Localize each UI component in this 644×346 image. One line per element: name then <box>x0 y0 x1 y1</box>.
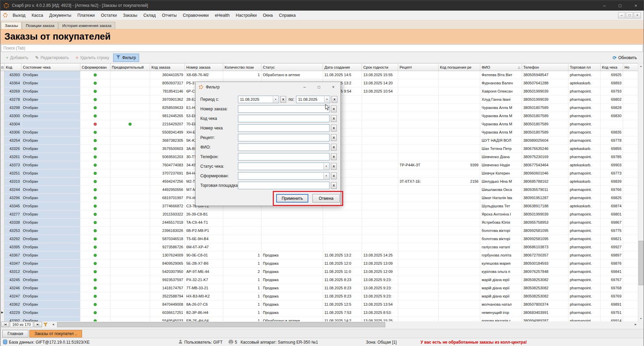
table-row[interactable]: 43367Отобран130762400990-0E-C8-011Продаж… <box>0 251 639 260</box>
filter-button[interactable]: Фильтр <box>113 54 139 62</box>
column-header[interactable]: Код заказа <box>150 64 185 71</box>
menu-item[interactable]: Заказы <box>120 11 140 20</box>
column-header[interactable]: Сформирован <box>80 64 110 71</box>
menu-item[interactable]: Настройки <box>233 11 260 20</box>
dropdown-arrow-icon[interactable]: ▼ <box>273 96 278 102</box>
menu-item[interactable]: Документы <box>46 11 74 20</box>
table-row[interactable]: 43395Отобран92735867266M-6T-XP-47галіусо… <box>0 243 639 251</box>
scroll-down-icon[interactable]: ▼ <box>638 316 644 321</box>
column-header[interactable]: Статус <box>261 64 323 71</box>
search-input[interactable]: Поиск (Tab) <box>1 44 643 52</box>
table-row[interactable]: 43392Отобран5549545033EB-2E-4H-641Обрабо… <box>0 317 639 321</box>
scroll-up-icon[interactable]: ▲ <box>638 63 644 69</box>
table-row[interactable]: 43245Отобран9923537597PX-32-21-K71Продаж… <box>0 276 639 284</box>
table-row[interactable]: ▶43229Отобран6036617251B2-3P-86-H41Прода… <box>0 309 639 317</box>
clear-period-to-button[interactable]: X <box>332 96 337 103</box>
cancel-button[interactable]: Отмена <box>312 194 340 203</box>
clear-field-button[interactable]: X <box>331 134 337 141</box>
table-row[interactable]: 43277Отобран201159332226-39-C8-B1Яроха А… <box>0 210 639 219</box>
filter-input[interactable] <box>238 115 330 122</box>
period-to-input[interactable]: 11.08.2025 ▼ <box>296 96 330 103</box>
clear-field-button[interactable]: X <box>331 106 337 112</box>
tab-order-positions[interactable]: Позиции заказа <box>22 22 58 29</box>
column-header[interactable]: Код погашения ре <box>439 64 480 71</box>
apply-button[interactable]: Применить <box>276 194 308 203</box>
filter-input[interactable] <box>238 124 330 132</box>
column-header[interactable]: Предварительный <box>110 64 150 71</box>
table-row[interactable]: 43247Отобран3522588794HX-B3-M0-K21Продаж… <box>0 292 639 301</box>
filter-input[interactable] <box>238 105 330 113</box>
clear-field-button[interactable]: X <box>331 144 337 151</box>
mdi-close-button[interactable]: × <box>634 12 641 18</box>
menu-item[interactable]: Окна <box>260 11 276 20</box>
table-row[interactable]: 43347Отобран84095290655E-2B-X7-B61Продаж… <box>0 260 639 268</box>
menu-item[interactable]: Отчеты <box>159 11 180 20</box>
column-header[interactable]: Номер заказа <box>185 64 223 71</box>
table-row[interactable]: 43312Отобран5420307950AP-9T-ME-442Продаж… <box>0 268 639 276</box>
menu-item[interactable]: Справка <box>276 11 299 20</box>
vertical-scrollbar-thumb[interactable] <box>639 241 643 285</box>
mdi-minimize-button[interactable]: – <box>618 12 625 18</box>
horizontal-scrollbar-thumb[interactable] <box>57 322 385 327</box>
dropdown-arrow-icon[interactable]: ▼ <box>323 173 329 179</box>
menu-item[interactable]: Склад <box>140 11 159 20</box>
refresh-button[interactable]: ⟳ Обновить <box>610 54 640 62</box>
minimize-button[interactable]: – <box>596 0 612 11</box>
column-header[interactable]: Количество пози <box>223 64 261 71</box>
close-button[interactable]: × <box>628 0 644 11</box>
delete-row-button[interactable]: × Удалить строку <box>73 54 112 61</box>
filter-input[interactable] <box>238 153 330 161</box>
clear-field-button[interactable]: X <box>331 125 337 132</box>
column-header[interactable]: ФИО△ <box>480 64 522 71</box>
menu-item[interactable]: Остатки <box>98 11 120 20</box>
tab-orders[interactable]: Заказы <box>1 22 22 29</box>
column-header[interactable]: Рецепт <box>398 64 439 71</box>
filter-select[interactable]: ▼ <box>238 172 330 180</box>
last-page-button[interactable]: ▶| <box>34 322 42 327</box>
column-header[interactable]: Код чека <box>601 64 623 71</box>
column-header[interactable]: Срок годности <box>362 64 398 71</box>
horizontal-scrollbar[interactable]: ◀ ▶ <box>50 322 639 328</box>
edit-button[interactable]: ✎ Редактировать <box>32 54 72 61</box>
menu-item[interactable]: Справочники <box>180 11 212 20</box>
column-header[interactable]: Состояние чека <box>22 64 80 71</box>
filter-input[interactable] <box>238 143 330 151</box>
table-row[interactable]: 43393Отобран3604410579X8-6B-76-M21Обрабо… <box>0 71 639 79</box>
menu-item[interactable]: Платежи <box>75 11 98 20</box>
filter-input[interactable] <box>238 182 330 189</box>
table-row[interactable]: 43253Отобран23961830266B-P2-M8-P1болотов… <box>0 227 639 235</box>
mdi-restore-button[interactable]: □ <box>626 12 633 18</box>
menu-item[interactable]: Касса <box>28 11 46 20</box>
bottom-tab-orders[interactable]: Заказы от покупател .. <box>29 330 82 337</box>
dropdown-arrow-icon[interactable]: ▼ <box>323 163 329 169</box>
clear-field-button[interactable]: X <box>331 172 337 179</box>
clear-field-button[interactable]: X <box>331 115 337 122</box>
first-page-button[interactable]: |◀ <box>1 322 9 327</box>
bottom-tab-main[interactable]: Главная <box>2 330 28 337</box>
dropdown-arrow-icon[interactable]: ▼ <box>324 96 330 102</box>
vertical-scrollbar[interactable]: ▲ ▼ <box>638 63 644 321</box>
menu-item[interactable]: Выход <box>10 11 28 20</box>
scroll-right-icon[interactable]: ▶ <box>633 322 639 328</box>
column-header[interactable]: Телефон <box>522 64 568 71</box>
column-header[interactable]: Но <box>623 64 639 71</box>
menu-item[interactable]: eHealth <box>212 11 233 20</box>
maximize-button[interactable]: □ <box>612 0 628 11</box>
column-header[interactable]: Код <box>4 64 22 71</box>
clear-period-from-button[interactable]: X <box>280 96 286 103</box>
table-row[interactable]: 43246Отобран14181747677T-MB-33-211Продаж… <box>0 284 639 292</box>
header-corner[interactable]: ▤ <box>0 64 4 71</box>
scroll-left-icon[interactable]: ◀ <box>50 322 56 328</box>
clear-field-button[interactable]: X <box>331 182 337 189</box>
column-header[interactable]: Торговая пл <box>568 64 601 71</box>
column-header[interactable]: Дата создания <box>323 64 362 71</box>
filter-active-icon[interactable] <box>43 323 48 327</box>
clear-field-button[interactable]: X <box>331 153 337 160</box>
filter-select[interactable]: ▼ <box>238 163 330 170</box>
table-row[interactable]: 43292Отобран5870346518T5-6E-9H-B4болотов… <box>0 235 639 243</box>
table-row[interactable]: 43338Отобран2445517018TA-C9-44-T1Ястребо… <box>0 219 639 227</box>
tab-order-history[interactable]: История изменения заказа <box>58 22 115 29</box>
table-row[interactable]: 43362Отобран84704490088A-26-07-C61Продаж… <box>0 301 639 309</box>
period-from-input[interactable]: 11.08.2025 ▼ <box>238 96 279 103</box>
filter-input[interactable] <box>238 134 330 141</box>
